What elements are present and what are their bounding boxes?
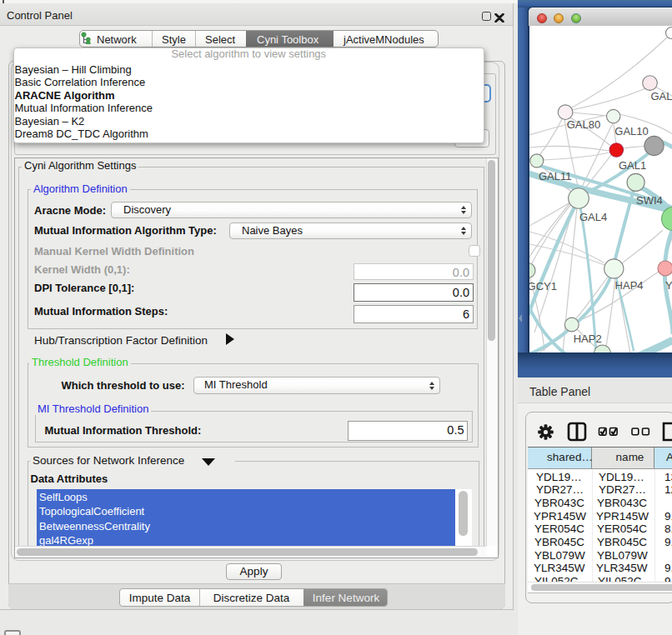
svg-text:GAL7: GAL7 [650,90,672,102]
svg-text:HAP2: HAP2 [574,332,602,345]
svg-text:HAP4: HAP4 [615,279,644,292]
svg-text:SWI4: SWI4 [636,194,663,207]
svg-text:GAL11: GAL11 [539,170,572,182]
svg-text:GAL1: GAL1 [619,159,646,172]
svg-text:GAL10: GAL10 [614,125,648,138]
svg-text:GAL80: GAL80 [567,118,600,131]
svg-text:YL: YL [665,279,672,292]
svg-text:GAL4: GAL4 [579,211,607,223]
svg-text:GCY1: GCY1 [529,280,557,292]
